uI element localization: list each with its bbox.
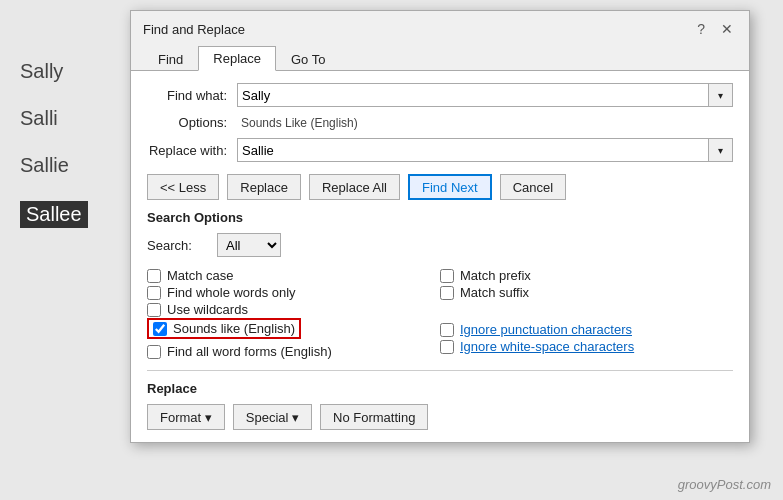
- background-words: Sally Salli Sallie Sallee: [20, 60, 88, 228]
- match-prefix-label: Match prefix: [460, 268, 531, 283]
- use-wildcards-label: Use wildcards: [167, 302, 248, 317]
- find-all-word-forms-row: Find all word forms (English): [147, 343, 440, 360]
- replace-with-row: Replace with: ▾: [147, 138, 733, 162]
- dialog-tabs: Find Replace Go To: [131, 39, 749, 71]
- find-replace-dialog: Find and Replace ? ✕ Find Replace Go To …: [130, 10, 750, 443]
- close-button[interactable]: ✕: [717, 19, 737, 39]
- match-case-row: Match case: [147, 267, 440, 284]
- less-button[interactable]: << Less: [147, 174, 219, 200]
- replace-section-title: Replace: [147, 381, 733, 396]
- search-row: Search: All Up Down: [147, 233, 733, 257]
- tab-goto[interactable]: Go To: [276, 46, 340, 71]
- format-button[interactable]: Format ▾: [147, 404, 225, 430]
- dialog-titlebar: Find and Replace ? ✕: [131, 11, 749, 39]
- find-what-row: Find what: ▾: [147, 83, 733, 107]
- replace-with-label: Replace with:: [147, 143, 237, 158]
- help-button[interactable]: ?: [693, 19, 709, 39]
- word-sallie: Sallie: [20, 154, 88, 177]
- right-options: Match prefix Match suffix Ignore punctua…: [440, 267, 733, 360]
- match-suffix-label: Match suffix: [460, 285, 529, 300]
- left-options: Match case Find whole words only Use wil…: [147, 267, 440, 360]
- word-sallee: Sallee: [20, 201, 88, 228]
- find-all-word-forms-checkbox[interactable]: [147, 345, 161, 359]
- replace-with-input-wrap: ▾: [237, 138, 733, 162]
- ignore-whitespace-checkbox[interactable]: [440, 340, 454, 354]
- find-what-dropdown[interactable]: ▾: [709, 83, 733, 107]
- match-case-label: Match case: [167, 268, 233, 283]
- special-button[interactable]: Special ▾: [233, 404, 312, 430]
- no-formatting-button[interactable]: No Formatting: [320, 404, 428, 430]
- tab-find[interactable]: Find: [143, 46, 198, 71]
- cancel-button[interactable]: Cancel: [500, 174, 566, 200]
- ignore-whitespace-row: Ignore white-space characters: [440, 338, 733, 355]
- search-select[interactable]: All Up Down: [217, 233, 281, 257]
- match-prefix-row: Match prefix: [440, 267, 733, 284]
- replace-format-buttons: Format ▾ Special ▾ No Formatting: [147, 404, 733, 430]
- replace-with-input[interactable]: [237, 138, 709, 162]
- search-options-title: Search Options: [147, 210, 733, 225]
- use-wildcards-checkbox[interactable]: [147, 303, 161, 317]
- ignore-punctuation-label: Ignore punctuation characters: [460, 322, 632, 337]
- match-case-checkbox[interactable]: [147, 269, 161, 283]
- find-what-input-wrap: ▾: [237, 83, 733, 107]
- find-whole-words-label: Find whole words only: [167, 285, 296, 300]
- search-label: Search:: [147, 238, 217, 253]
- ignore-punctuation-row: Ignore punctuation characters: [440, 321, 733, 338]
- replace-section: Replace Format ▾ Special ▾ No Formatting: [147, 370, 733, 430]
- ignore-whitespace-label: Ignore white-space characters: [460, 339, 634, 354]
- dialog-controls: ? ✕: [693, 19, 737, 39]
- action-buttons: << Less Replace Replace All Find Next Ca…: [147, 174, 733, 200]
- find-what-label: Find what:: [147, 88, 237, 103]
- find-all-word-forms-label: Find all word forms (English): [167, 344, 332, 359]
- options-value: Sounds Like (English): [241, 116, 358, 130]
- word-salli: Salli: [20, 107, 88, 130]
- match-suffix-row: Match suffix: [440, 284, 733, 301]
- ignore-punctuation-checkbox[interactable]: [440, 323, 454, 337]
- sounds-like-checkbox[interactable]: [153, 322, 167, 336]
- match-prefix-checkbox[interactable]: [440, 269, 454, 283]
- options-grid: Match case Find whole words only Use wil…: [147, 267, 733, 360]
- tab-replace[interactable]: Replace: [198, 46, 276, 71]
- watermark: groovyPost.com: [678, 477, 771, 492]
- replace-button[interactable]: Replace: [227, 174, 301, 200]
- options-label: Options:: [147, 115, 237, 130]
- word-sally: Sally: [20, 60, 88, 83]
- find-whole-words-checkbox[interactable]: [147, 286, 161, 300]
- use-wildcards-row: Use wildcards: [147, 301, 440, 318]
- find-what-input[interactable]: [237, 83, 709, 107]
- replace-with-dropdown[interactable]: ▾: [709, 138, 733, 162]
- sounds-like-row: Sounds like (English): [147, 318, 301, 339]
- match-suffix-checkbox[interactable]: [440, 286, 454, 300]
- replace-all-button[interactable]: Replace All: [309, 174, 400, 200]
- sounds-like-label: Sounds like (English): [173, 321, 295, 336]
- find-whole-words-row: Find whole words only: [147, 284, 440, 301]
- find-next-button[interactable]: Find Next: [408, 174, 492, 200]
- dialog-title: Find and Replace: [143, 22, 245, 37]
- options-row: Options: Sounds Like (English): [147, 115, 733, 130]
- dialog-body: Find what: ▾ Options: Sounds Like (Engli…: [131, 71, 749, 442]
